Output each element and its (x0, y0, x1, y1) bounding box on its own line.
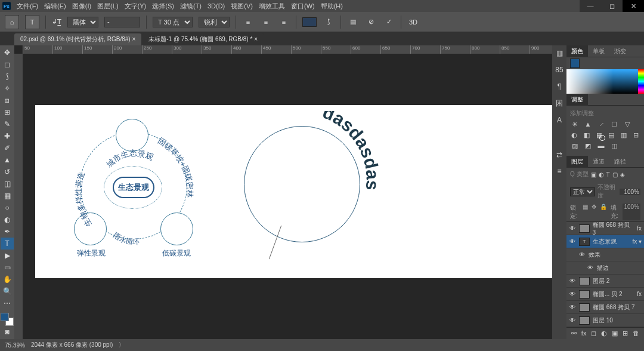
close-icon[interactable]: ✕ (623, 0, 644, 12)
font-family-select[interactable]: 黑体 (67, 17, 98, 27)
lock-position-icon[interactable]: ✥ (592, 204, 596, 220)
eyedropper-tool[interactable]: ✎ (1, 118, 14, 130)
layer-row[interactable]: 👁图层 2 (566, 275, 644, 288)
filter-icon[interactable]: T (606, 171, 610, 178)
menu-item[interactable]: 文件(F) (17, 2, 38, 11)
cancel-icon[interactable]: ⊘ (365, 16, 377, 28)
hand-tool[interactable]: ✋ (1, 273, 14, 285)
adjustment-layer-icon[interactable]: ◐ (601, 330, 607, 337)
minimize-icon[interactable]: — (580, 0, 601, 12)
adj-mixer-icon[interactable]: ▤ (607, 131, 616, 139)
font-style-field[interactable]: - (104, 17, 140, 27)
layer-search[interactable]: Q 类型 (570, 170, 589, 178)
visibility-icon[interactable]: 👁 (569, 278, 576, 284)
tab-layers[interactable]: 图层 (566, 156, 588, 168)
3d-icon[interactable]: 3D (407, 16, 419, 28)
adj-gradmap-icon[interactable]: ▬ (596, 141, 606, 150)
dodge-tool[interactable]: ◐ (1, 214, 14, 226)
current-color[interactable] (570, 59, 580, 68)
layer-row[interactable]: 👁椭圆... 贝 2fx (566, 288, 644, 301)
tab-paths[interactable]: 路径 (609, 156, 631, 168)
blur-tool[interactable]: ○ (1, 202, 14, 214)
align-center-icon[interactable]: ≡ (260, 16, 272, 28)
layer-style-icon[interactable]: fx (581, 330, 587, 337)
tab-adjustments[interactable]: 调整 (566, 94, 588, 106)
paragraph-panel-icon[interactable]: ¶ (553, 81, 565, 92)
zoom-tool[interactable]: 🔍 (1, 285, 14, 297)
adj-hue-icon[interactable]: ◐ (570, 131, 579, 139)
eraser-tool[interactable]: ◫ (1, 178, 14, 190)
adj-thresh-icon[interactable]: ◩ (583, 141, 593, 150)
menu-item[interactable]: 选择(S) (152, 2, 174, 11)
home-icon[interactable]: ⌂ (5, 15, 19, 29)
adj-select-icon[interactable]: ◫ (609, 141, 619, 150)
filter-icon[interactable]: ▣ (591, 171, 596, 178)
adj-exposure-icon[interactable]: ☐ (609, 120, 619, 128)
marquee-tool[interactable]: ◻ (1, 59, 14, 70)
visibility-icon[interactable]: 👁 (569, 304, 576, 310)
document-tab[interactable]: 未标题-1 @ 75.4% (椭圆 669, RGB/8) * × (143, 33, 264, 45)
move-tool[interactable]: ✥ (1, 47, 14, 59)
edit-toolbar[interactable]: ⋯ (1, 297, 14, 309)
menu-item[interactable]: 图层(L) (97, 2, 118, 11)
color-swatches[interactable] (1, 313, 14, 326)
align-left-icon[interactable]: ≡ (242, 16, 254, 28)
document-tab[interactable]: 02.psd @ 69.1% (时代背景分析, RGB/8#) × (14, 33, 141, 45)
menu-item[interactable]: 帮助(H) (321, 2, 343, 11)
path-select-tool[interactable]: ▶ (1, 250, 14, 261)
orientation-icon[interactable]: ↲T̲ (52, 18, 61, 26)
layer-effect[interactable]: 👁描边 (566, 261, 644, 275)
menu-item[interactable]: 图像(I) (72, 2, 91, 11)
panel-icon[interactable]: ≡ (553, 166, 565, 177)
filter-icon[interactable]: ◐ (599, 171, 604, 178)
menu-item[interactable]: 视图(V) (231, 2, 253, 11)
tab-channels[interactable]: 通道 (588, 156, 609, 168)
frame-tool[interactable]: ⊞ (1, 106, 14, 118)
visibility-icon[interactable]: 👁 (569, 291, 576, 297)
gradient-tool[interactable]: ▦ (1, 190, 14, 202)
type-tool[interactable]: T (1, 238, 14, 250)
menu-item[interactable]: 编辑(E) (44, 2, 66, 11)
hue-slider[interactable] (638, 69, 644, 94)
adj-levels-icon[interactable]: ▲ (583, 120, 593, 128)
lasso-tool[interactable]: ⟆ (1, 70, 14, 82)
adj-curves-icon[interactable]: ⟋ (596, 120, 606, 128)
link-layers-icon[interactable]: ⚯ (571, 330, 577, 337)
heal-tool[interactable]: ✚ (1, 130, 14, 142)
glyphs-panel-icon[interactable]: 困 (553, 98, 565, 109)
crop-tool[interactable]: ⧈ (1, 94, 14, 106)
antialias-select[interactable]: 锐利 (199, 17, 230, 27)
visibility-icon[interactable]: 👁 (578, 251, 586, 258)
font-size-select[interactable]: T 30 点 (153, 17, 193, 27)
visibility-icon[interactable]: 👁 (587, 264, 594, 271)
text-color-swatch[interactable] (302, 17, 317, 27)
adj-poster-icon[interactable]: ▨ (570, 141, 580, 150)
filter-icon[interactable]: ▢ (612, 171, 618, 178)
layer-row[interactable]: 👁T生态景观fx ▾ (566, 235, 644, 248)
menu-item[interactable]: 文字(Y) (125, 2, 147, 11)
character-panel-icon[interactable]: 85 (553, 64, 565, 75)
adj-lut-icon[interactable]: ▥ (620, 131, 628, 139)
visibility-icon[interactable]: 👁 (569, 317, 576, 324)
opacity-field[interactable]: 100% (620, 189, 640, 195)
stamp-tool[interactable]: ▲ (1, 154, 14, 166)
brush-tool[interactable]: ✐ (1, 142, 14, 154)
adj-bw-icon[interactable]: ◧ (583, 131, 592, 139)
adj-brightness-icon[interactable]: ☀ (570, 120, 580, 128)
blend-mode-select[interactable]: 正常 (570, 187, 595, 196)
align-right-icon[interactable]: ≡ (278, 16, 290, 28)
menu-item[interactable]: 增效工具 (259, 2, 285, 11)
tab-color[interactable]: 颜色 (566, 45, 588, 57)
menu-item[interactable]: 滤镜(T) (180, 2, 202, 11)
layer-row[interactable]: 👁椭圆 668 拷贝 3fx (566, 222, 644, 235)
zoom-level[interactable]: 75.39% (5, 342, 25, 349)
adj-vibrance-icon[interactable]: ▽ (623, 120, 632, 128)
paragraph-panel-icon[interactable]: ▤ (347, 16, 359, 28)
canvas[interactable]: 生态景观 生物多样性营造 固碳草坡+固碳密林 城市生态景观 雨水循环 弹性景观 … (35, 105, 552, 278)
history-brush-tool[interactable]: ↺ (1, 166, 14, 178)
group-icon[interactable]: ▣ (612, 330, 618, 337)
adj-invert-icon[interactable]: ⊟ (631, 131, 640, 139)
visibility-icon[interactable]: 👁 (569, 225, 576, 232)
new-layer-icon[interactable]: ⊞ (623, 330, 628, 337)
layer-row[interactable]: 👁椭圆 668 拷贝 7 (566, 301, 644, 314)
